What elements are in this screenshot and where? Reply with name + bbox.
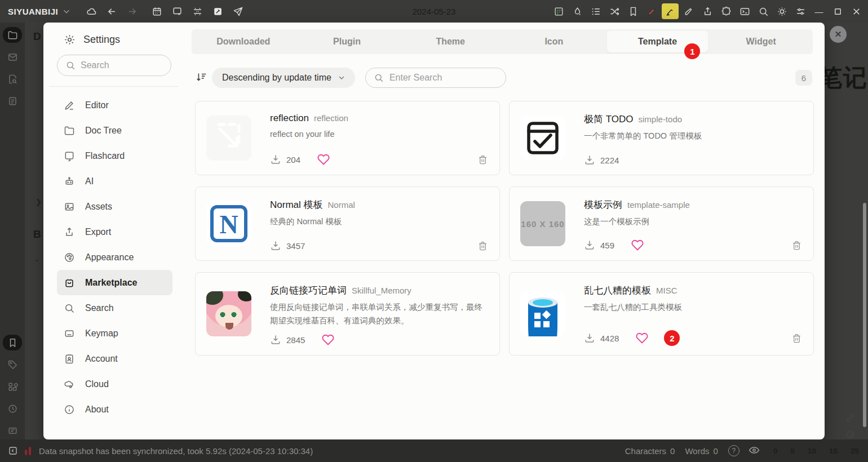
split-row-icon[interactable] [189, 3, 206, 19]
table-grid-icon[interactable] [550, 3, 567, 19]
eye-icon[interactable] [749, 445, 760, 457]
highlighter-icon[interactable] [662, 3, 679, 19]
sidebar-item-label: Appearance [85, 252, 134, 263]
delete-icon[interactable] [477, 154, 488, 165]
search-icon [374, 73, 384, 83]
file-tree-icon[interactable] [3, 27, 22, 43]
sidebar-item-editor[interactable]: Editor [57, 92, 172, 118]
sidebar-item-account[interactable]: Account [57, 346, 172, 371]
sidebar-item-flashcard[interactable]: Flashcard [57, 143, 172, 168]
delete-icon[interactable] [477, 241, 488, 251]
tab-label: Widget [746, 37, 776, 47]
notebook-icon[interactable] [209, 3, 226, 19]
sidebar-item-keymap[interactable]: Keymap [57, 321, 172, 346]
sidebar-item-marketplace[interactable]: Marketplace [57, 270, 172, 295]
like-icon[interactable] [631, 239, 644, 251]
template-title: 乱七八糟的模板 [584, 284, 651, 297]
help-icon[interactable]: ? [728, 445, 739, 456]
tab-downloaded[interactable]: Downloaded [193, 31, 294, 52]
template-id: MISC [656, 286, 677, 295]
tab-template[interactable]: Template 1 [607, 31, 708, 52]
dock-toggle-icon[interactable] [6, 443, 20, 458]
robot-icon [64, 176, 75, 187]
back-icon[interactable] [103, 3, 120, 19]
tab-plugin[interactable]: Plugin [296, 31, 398, 52]
result-count-badge: 6 [795, 70, 812, 86]
template-card-sample[interactable]: 160 X 160 模板示例template-sample 这是一个模板示例 4… [509, 186, 814, 261]
plugin-icon[interactable] [718, 3, 734, 19]
file-lines-icon[interactable] [4, 93, 21, 109]
backlinks-icon[interactable] [4, 423, 21, 438]
like-icon[interactable] [322, 334, 334, 346]
tab-theme[interactable]: Theme [400, 31, 501, 52]
marketplace-search[interactable] [365, 68, 506, 88]
bg-doc-panel-letter: D [33, 30, 41, 43]
download-count: 2845 [286, 335, 305, 345]
maximize-icon[interactable] [829, 3, 846, 19]
share-icon[interactable] [699, 3, 716, 19]
template-card-normal[interactable]: N Normal 模板Normal 经典的 Normal 模板 3457 [195, 186, 500, 261]
calendar-icon[interactable] [148, 3, 165, 19]
chevron-down-icon[interactable] [61, 3, 72, 19]
tab-icon[interactable]: Icon [503, 31, 605, 52]
bg-scrollbar[interactable] [863, 203, 866, 427]
sidebar-item-appearance[interactable]: Appearance [57, 245, 172, 270]
app-title[interactable]: SIYUANBIJI [8, 7, 58, 16]
scale-value[interactable]: 5 [790, 447, 795, 455]
delete-icon[interactable] [791, 333, 802, 344]
paper-plane-icon[interactable] [229, 3, 246, 19]
tab-widget[interactable]: Widget [710, 31, 812, 52]
like-icon[interactable] [317, 153, 330, 166]
sidebar-item-assets[interactable]: Assets [57, 194, 172, 219]
template-card-skillful-memory[interactable]: 反向链接巧记单词Skillful_Memory 使用反向链接记单词，串联单词关系… [195, 272, 500, 356]
template-icon-sample: 160 X 160 [520, 201, 565, 246]
sync-indicator-icon[interactable] [25, 446, 31, 455]
sort-select[interactable]: Descending by update time [212, 68, 355, 88]
template-card-simple-todo[interactable]: 极简 TODOsimple-todo 一个非常简单的 TODO 管理模板 222… [509, 101, 814, 175]
widgets-icon[interactable] [4, 379, 21, 394]
dialog-close-icon[interactable]: ✕ [830, 26, 847, 43]
terminal-icon[interactable] [736, 3, 753, 19]
sidebar-item-about[interactable]: About [57, 397, 172, 422]
shuffle-icon[interactable] [606, 3, 623, 19]
settings-search-input[interactable] [81, 60, 154, 70]
sun-icon[interactable] [773, 3, 790, 19]
forward-icon[interactable] [123, 3, 140, 19]
outline-list-icon[interactable] [587, 3, 604, 19]
bookmark-icon[interactable] [625, 3, 641, 19]
search-icon[interactable] [755, 3, 772, 19]
close-icon[interactable] [848, 3, 865, 19]
cloud-icon[interactable] [83, 3, 100, 19]
sidebar-item-doc-tree[interactable]: Doc Tree [57, 118, 172, 143]
history-icon[interactable] [4, 401, 21, 416]
ink-drop-icon[interactable] [569, 3, 586, 19]
settings-search[interactable] [57, 55, 171, 76]
sliders-icon[interactable] [792, 3, 809, 19]
template-card-reflection[interactable]: reflectionreflection reflect on your lif… [195, 101, 500, 175]
sidebar-item-search[interactable]: Search [57, 295, 172, 321]
tag-icon[interactable] [4, 357, 21, 372]
sidebar-item-cloud[interactable]: Cloud [57, 371, 172, 397]
doc-search-icon[interactable] [4, 71, 21, 87]
words-label: Words [685, 446, 709, 456]
marketplace-search-input[interactable] [389, 73, 485, 83]
pen-icon[interactable] [643, 3, 660, 19]
sidebar-item-ai[interactable]: AI [57, 168, 172, 194]
scale-value[interactable]: 15 [829, 447, 838, 455]
card-add-icon[interactable] [169, 3, 185, 19]
placeholder-size-label: 160 X 160 [521, 219, 564, 229]
template-card-misc[interactable]: 乱七八糟的模板MISC 一套乱七八糟的工具类模板 4428 2 [509, 272, 814, 356]
sidebar-item-export[interactable]: Export [57, 219, 172, 245]
brush-icon[interactable] [680, 3, 697, 19]
minimize-icon[interactable]: — [811, 3, 827, 19]
id-card-icon [64, 353, 75, 365]
scale-value[interactable]: 0 [773, 447, 778, 455]
sort-icon[interactable] [195, 71, 209, 85]
bookmark-icon[interactable] [3, 335, 22, 350]
inbox-icon[interactable] [4, 49, 21, 65]
keyboard-icon [64, 328, 75, 339]
scale-value[interactable]: 10 [808, 447, 816, 455]
like-icon[interactable] [636, 332, 648, 344]
scale-value[interactable]: 25 [851, 447, 859, 455]
delete-icon[interactable] [791, 240, 802, 251]
